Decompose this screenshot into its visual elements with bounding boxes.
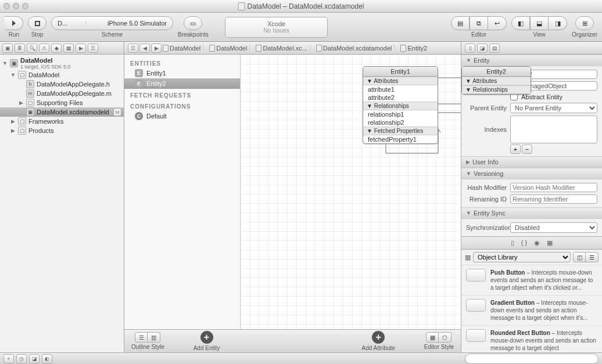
hash-modifier-field[interactable] <box>510 183 597 192</box>
library-item[interactable]: Gradient Button – Intercepts mouse-down … <box>461 295 602 325</box>
folder-icon: ▢ <box>26 99 34 107</box>
breadcrumb-item[interactable]: DataModel <box>170 45 200 52</box>
editor-standard-button[interactable]: ▤ <box>451 16 470 30</box>
library-list-view[interactable]: ☰ <box>586 252 599 262</box>
editor-style-table[interactable]: ▦ <box>426 332 439 343</box>
symbol-navigator-tab[interactable]: ≣ <box>15 44 25 53</box>
library-selector[interactable]: Object Library <box>473 252 571 262</box>
entity1-attribute[interactable]: attribute2 <box>363 93 438 102</box>
debug-navigator-tab[interactable]: ▦ <box>63 44 74 53</box>
navigator-row[interactable]: ▶▢Frameworks <box>0 117 124 126</box>
media-library-icon[interactable]: ▦ <box>547 239 553 247</box>
filter-recent-button[interactable]: ◷ <box>16 354 27 363</box>
library-item[interactable]: Rounded Rect Button – Intercepts mouse-d… <box>461 325 602 352</box>
navigator-row[interactable]: ▶▢Supporting Files <box>0 98 124 107</box>
library-search-field[interactable] <box>465 354 599 364</box>
parent-entity-select[interactable]: No Parent Entity <box>510 103 597 113</box>
navigator-tabs: ▣ ≣ 🔍 ⚠ ◆ ▦ ▶ ☰ <box>0 42 124 54</box>
breadcrumb[interactable]: DataModel〉DataModel〉DataModel.xc...〉Data… <box>163 44 427 52</box>
library-item[interactable]: Push Button – Intercepts mouse-down even… <box>461 265 602 295</box>
filter-scm-button[interactable]: ◪ <box>29 354 40 363</box>
project-navigator[interactable]: ▼ ▣ DataModel 1 target, iOS SDK 5.0 ▼▢Da… <box>0 55 124 352</box>
diagram-canvas[interactable]: Entity1 ▼ Attributes attribute1 attribut… <box>241 55 461 352</box>
traffic-lights[interactable] <box>3 3 28 9</box>
view-utilities-button[interactable]: ◨ <box>549 16 567 30</box>
back-button[interactable]: ◀ <box>139 44 150 53</box>
file-template-library-icon[interactable]: ▯ <box>511 239 514 247</box>
close-icon[interactable] <box>3 3 10 9</box>
activity-viewer: Xcode No Issues <box>225 17 328 38</box>
add-attribute-button[interactable]: + <box>372 331 385 344</box>
play-icon <box>12 20 16 26</box>
entity1-fetched-property[interactable]: fetchedProperty1 <box>363 135 438 143</box>
outline-style-list[interactable]: ☰ <box>135 332 148 343</box>
breadcrumb-item[interactable]: DataModel <box>216 45 247 52</box>
entity1-attribute[interactable]: attribute1 <box>363 85 438 93</box>
editor-style-graph[interactable]: ⬡ <box>439 332 451 343</box>
renaming-id-field[interactable] <box>510 194 597 204</box>
breakpoint-navigator-tab[interactable]: ▶ <box>76 44 86 53</box>
window-titlebar: DataModel – DataModel.xcdatamodel <box>0 0 602 13</box>
related-items-button[interactable]: ☰ <box>128 44 138 53</box>
data-model-inspector-tab[interactable]: ▤ <box>489 44 500 53</box>
project-name: DataModel <box>20 57 71 64</box>
h-icon: h <box>26 80 34 88</box>
navigator-label: DataModelAppDelegate.h <box>37 81 110 88</box>
library-grid-view[interactable]: ◫ <box>573 252 586 262</box>
breadcrumb-item[interactable]: DataModel.xcdatamodel <box>323 45 392 52</box>
entity-row[interactable]: EEntity2 <box>124 78 240 89</box>
breakpoints-button[interactable]: ▭ <box>184 16 202 30</box>
view-navigator-button[interactable]: ◧ <box>511 16 530 30</box>
entity2-box[interactable]: Entity2 ▼ Attributes ▼ Relationships <box>461 66 531 95</box>
forward-button[interactable]: ▶ <box>151 44 162 53</box>
view-debug-button[interactable]: ⬓ <box>530 16 549 30</box>
zoom-icon[interactable] <box>22 3 28 9</box>
entity-row[interactable]: EEntity1 <box>124 68 240 78</box>
navigator-row[interactable]: ▶▢Products <box>0 126 124 135</box>
project-navigator-tab[interactable]: ▣ <box>2 44 13 53</box>
object-library-icon[interactable]: ◉ <box>534 239 540 247</box>
navigator-label: DataModel <box>28 71 59 78</box>
test-navigator-tab[interactable]: ◆ <box>51 44 62 53</box>
add-file-button[interactable]: + <box>3 354 14 363</box>
filter-unsaved-button[interactable]: ◐ <box>42 354 52 363</box>
library-thumb <box>466 269 486 282</box>
synchronization-select[interactable]: Disabled <box>510 222 597 233</box>
add-index-button[interactable]: + <box>510 145 521 154</box>
stop-button[interactable] <box>28 16 46 30</box>
remove-index-button[interactable]: − <box>522 145 532 154</box>
inspector-tabs: ▯ ◪ ▤ <box>461 42 602 54</box>
breadcrumb-item[interactable]: Entity2 <box>407 45 427 52</box>
entity1-relationship[interactable]: relationship2 <box>363 118 438 127</box>
organizer-label: Organizer <box>572 31 597 38</box>
navigator-label: Products <box>28 127 53 134</box>
document-icon <box>238 2 245 10</box>
entity-outline[interactable]: ENTITIES EEntity1EEntity2 FETCH REQUESTS… <box>124 55 241 352</box>
navigator-row[interactable]: mDataModelAppDelegate.m <box>0 89 124 98</box>
breadcrumb-item[interactable]: DataModel.xc... <box>263 45 307 52</box>
file-inspector-tab[interactable]: ▯ <box>465 44 475 53</box>
status-title: Xcode <box>267 20 285 27</box>
navigator-row[interactable]: hDataModelAppDelegate.h <box>0 80 124 89</box>
entity1-relationship[interactable]: relationship1 <box>363 110 438 118</box>
editor-label: Editor <box>471 31 486 38</box>
configuration-row[interactable]: CDefault <box>124 111 240 121</box>
navigator-row[interactable]: ▼▢DataModel <box>0 70 124 80</box>
scheme-selector[interactable]: D... 〉 iPhone 5.0 Simulator <box>51 16 173 30</box>
library-tabs[interactable]: ▯ { } ◉ ▦ <box>461 236 602 250</box>
add-entity-button[interactable]: + <box>200 331 213 344</box>
outline-style-hier[interactable]: ▥ <box>148 332 160 343</box>
run-button[interactable] <box>5 16 23 30</box>
code-snippet-library-icon[interactable]: { } <box>521 239 527 247</box>
navigator-row[interactable]: ▣DataModel.xcdatamodeldM <box>0 107 124 117</box>
editor-assistant-button[interactable]: ⧉ <box>470 16 488 30</box>
editor-version-button[interactable]: ↩ <box>488 16 507 30</box>
search-navigator-tab[interactable]: 🔍 <box>27 44 37 53</box>
organizer-button[interactable]: ⊞ <box>575 16 594 30</box>
issue-navigator-tab[interactable]: ⚠ <box>39 44 49 53</box>
minimize-icon[interactable] <box>13 3 19 9</box>
indexes-field[interactable] <box>510 116 597 143</box>
quick-help-tab[interactable]: ◪ <box>477 44 488 53</box>
log-navigator-tab[interactable]: ☰ <box>88 44 98 53</box>
entity1-box[interactable]: Entity1 ▼ Attributes attribute1 attribut… <box>363 66 438 144</box>
